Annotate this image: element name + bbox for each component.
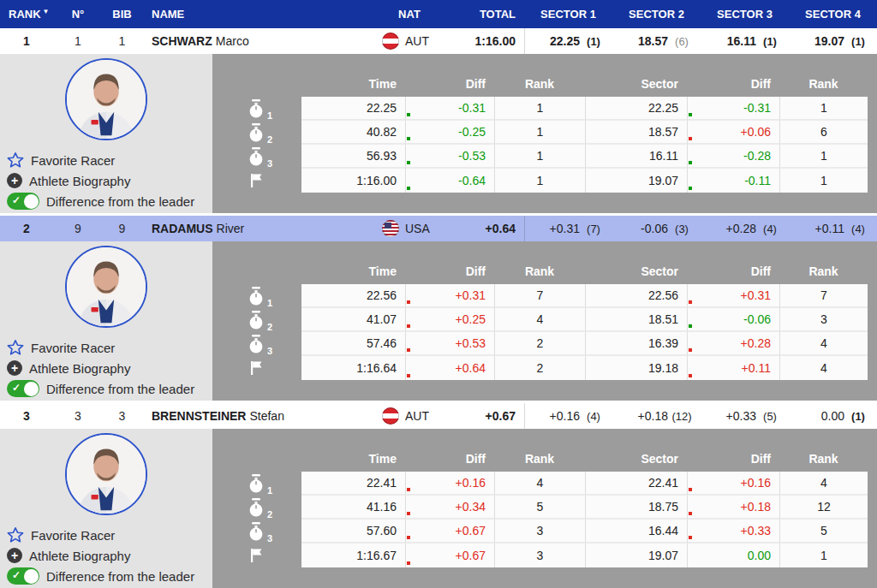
nationality-cell: AUT bbox=[370, 407, 449, 425]
plus-icon: + bbox=[7, 173, 22, 188]
racer-photo-placeholder bbox=[67, 60, 146, 139]
avatar-wrap bbox=[0, 429, 212, 525]
stopwatch-3-icon: 3 bbox=[248, 335, 266, 353]
stopwatch-2-icon: 2 bbox=[248, 311, 266, 330]
sector-diff: +0.16 bbox=[687, 472, 779, 496]
diff-value: 0.00 bbox=[748, 549, 771, 562]
stopwatch-1-icon: 1 bbox=[248, 287, 266, 306]
star-icon bbox=[7, 526, 24, 543]
split-rank: 1 bbox=[494, 169, 585, 193]
sector-rank: 7 bbox=[779, 284, 868, 308]
sector-time: 16.44 bbox=[585, 520, 687, 543]
diff-tick bbox=[689, 137, 692, 140]
split-row-checkpoint3: 3 56.93 -0.53 1 16.11 -0.28 bbox=[212, 145, 877, 169]
column-header-bib[interactable]: BIB bbox=[103, 8, 141, 21]
racer-detail-panel: Favorite Racer + Athlete Biography ✓ Dif… bbox=[0, 54, 877, 213]
sector-time: 19.18 bbox=[585, 356, 687, 380]
athlete-biography-button[interactable]: + Athlete Biography bbox=[0, 358, 212, 378]
split-diff: -0.53 bbox=[405, 145, 494, 169]
diff-value: +0.33 bbox=[741, 524, 771, 538]
split-row-checkpoint2: 2 40.82 -0.25 1 18.57 +0.06 bbox=[212, 121, 877, 145]
column-header-nat[interactable]: NAT bbox=[370, 8, 449, 21]
column-header-name[interactable]: NAME bbox=[141, 8, 370, 21]
diff-tick bbox=[407, 561, 410, 565]
country-code: USA bbox=[405, 222, 430, 235]
sector-time: 18.75 bbox=[585, 496, 687, 520]
sector-rank: 1 bbox=[779, 145, 868, 169]
checkpoint-number: 3 bbox=[267, 158, 272, 169]
racer-summary-row[interactable]: 1 1 1 SCHWARZMarco AUT 1:16.00 22.25 (1)… bbox=[0, 28, 877, 54]
column-header-sector3[interactable]: SECTOR 3 bbox=[701, 8, 789, 21]
racer-section: 1 1 1 SCHWARZMarco AUT 1:16.00 22.25 (1)… bbox=[0, 28, 877, 213]
sector-value: +0.28 bbox=[726, 222, 756, 235]
split-diff: +0.53 bbox=[405, 332, 494, 356]
sector4-result: 0.00 (1) bbox=[789, 409, 877, 423]
diff-tick bbox=[407, 113, 410, 116]
sector-diff: +0.18 bbox=[687, 496, 779, 520]
toggle-knob bbox=[24, 382, 39, 396]
athlete-biography-button[interactable]: + Athlete Biography bbox=[0, 545, 212, 566]
racer-summary-row[interactable]: 3 3 3 BRENNSTEINERStefan AUT +0.67 +0.16… bbox=[0, 403, 877, 429]
split-diff: +0.64 bbox=[405, 356, 494, 380]
column-header-sector1[interactable]: SECTOR 1 bbox=[524, 8, 612, 21]
stopwatch-2-icon: 2 bbox=[248, 498, 266, 517]
column-header-sector2[interactable]: SECTOR 2 bbox=[612, 8, 701, 21]
diff-tick bbox=[407, 536, 410, 539]
difference-toggle-row[interactable]: ✓ Difference from the leader bbox=[0, 566, 212, 586]
country-code: AUT bbox=[405, 409, 429, 423]
sector-time: 22.56 bbox=[585, 284, 687, 308]
athlete-biography-label: Athlete Biography bbox=[29, 174, 130, 188]
split-header-sector-diff: Diff bbox=[687, 452, 779, 466]
sector4-result: +0.11 (4) bbox=[789, 222, 877, 235]
difference-toggle-label: Difference from the leader bbox=[46, 569, 194, 584]
racer-photo bbox=[65, 246, 147, 328]
finish-flag-icon bbox=[248, 546, 266, 565]
racer-section: 2 9 9 RADAMUSRiver USA +0.64 +0.31 (7) -… bbox=[0, 216, 877, 401]
split-header-rank: Rank bbox=[494, 77, 585, 91]
check-icon: ✓ bbox=[12, 194, 21, 206]
avatar-wrap bbox=[0, 54, 212, 150]
sector-diff: +0.33 bbox=[687, 520, 779, 543]
difference-toggle-row[interactable]: ✓ Difference from the leader bbox=[0, 378, 212, 399]
racer-summary-row[interactable]: 2 9 9 RADAMUSRiver USA +0.64 +0.31 (7) -… bbox=[0, 216, 877, 241]
diff-value: +0.31 bbox=[456, 288, 486, 302]
sector-value: +0.11 bbox=[815, 222, 844, 235]
diff-value: -0.31 bbox=[458, 101, 486, 115]
split-header-sector-diff: Diff bbox=[687, 77, 779, 91]
checkpoint-number: 2 bbox=[267, 509, 272, 520]
split-row-finish: 1:16.64 +0.64 2 19.18 +0.11 4 bbox=[212, 356, 877, 380]
favorite-racer-button[interactable]: Favorite Racer bbox=[0, 337, 212, 358]
number-cell: 9 bbox=[53, 222, 103, 235]
toggle-knob bbox=[24, 569, 39, 584]
favorite-racer-button[interactable]: Favorite Racer bbox=[0, 525, 212, 545]
difference-toggle-on[interactable]: ✓ bbox=[7, 380, 39, 397]
country-code: AUT bbox=[405, 34, 429, 48]
diff-value: +0.06 bbox=[741, 125, 771, 139]
column-header-rank[interactable]: RANK▼ bbox=[0, 8, 53, 21]
athlete-biography-button[interactable]: + Athlete Biography bbox=[0, 170, 212, 191]
sector-rank: (3) bbox=[668, 223, 695, 235]
split-time: 1:16.64 bbox=[301, 356, 405, 380]
racer-name: SCHWARZMarco bbox=[141, 34, 370, 48]
diff-value: +0.67 bbox=[456, 549, 486, 562]
column-header-total[interactable]: TOTAL bbox=[449, 8, 524, 21]
sector4-result: 19.07 (1) bbox=[789, 34, 877, 48]
split-row-checkpoint2: 2 41.16 +0.34 5 18.75 +0.18 bbox=[212, 496, 877, 520]
difference-toggle-on[interactable]: ✓ bbox=[7, 567, 39, 585]
column-header-sector4[interactable]: SECTOR 4 bbox=[789, 8, 877, 21]
difference-toggle-on[interactable]: ✓ bbox=[7, 193, 39, 210]
sector-value: +0.16 bbox=[550, 409, 580, 423]
check-icon: ✓ bbox=[12, 382, 21, 394]
split-header-sector-diff: Diff bbox=[687, 264, 779, 278]
split-rank: 3 bbox=[494, 520, 585, 543]
split-header-sector: Sector bbox=[585, 452, 687, 466]
split-times-table: Time Diff Rank Sector Diff Rank 1 bbox=[212, 429, 877, 588]
favorite-racer-button[interactable]: Favorite Racer bbox=[0, 150, 212, 170]
column-header-number[interactable]: N° bbox=[53, 8, 103, 21]
split-header-sector: Sector bbox=[585, 264, 687, 278]
diff-tick bbox=[689, 374, 692, 377]
difference-toggle-row[interactable]: ✓ Difference from the leader bbox=[0, 191, 212, 211]
split-rank: 1 bbox=[494, 97, 585, 121]
split-times-table: Time Diff Rank Sector Diff Rank 1 bbox=[212, 54, 877, 213]
diff-value: -0.25 bbox=[458, 125, 486, 139]
